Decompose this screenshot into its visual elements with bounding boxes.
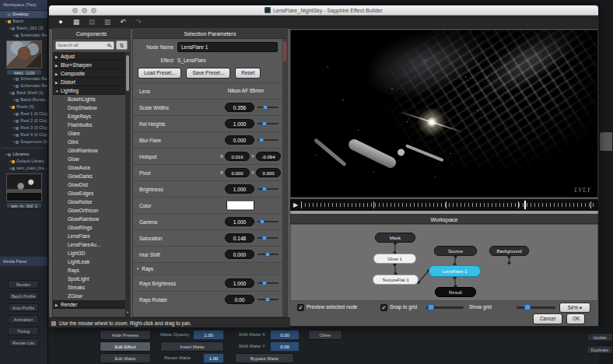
grid-size-slider[interactable] <box>426 306 464 309</box>
component-category[interactable]: ▶Render <box>53 300 125 309</box>
component-item[interactable]: GlowAura <box>53 163 125 172</box>
category-expand-icon[interactable]: ▶ <box>55 53 61 61</box>
graph-node-texture[interactable]: TextureFlat 1 <box>373 275 419 285</box>
tree-item[interactable]: ▾Batch <box>0 18 47 25</box>
param-x-value[interactable]: 0.016 <box>225 152 250 161</box>
node-graph[interactable]: MaskGlow 1TextureFlat 1SourceLensFlare 1… <box>290 224 598 301</box>
component-item[interactable]: GlowOrthicon <box>53 206 125 215</box>
component-item[interactable]: Glare <box>53 129 125 138</box>
tree-item[interactable]: ▾Desktop <box>0 11 47 18</box>
tree-expand-icon[interactable]: ▾ <box>13 75 15 82</box>
tree-item[interactable]: ▾Schematic Re... <box>0 32 47 39</box>
tree-item[interactable]: ▾Reel 1 (0 Clip) <box>0 110 47 117</box>
component-item[interactable]: Streaks <box>53 283 125 292</box>
param-slider[interactable] <box>257 237 278 239</box>
param-slider[interactable] <box>257 299 278 300</box>
bottom-button[interactable]: Bypass Matte <box>235 353 294 363</box>
param-slider-handle[interactable] <box>265 297 270 302</box>
host-right-button[interactable]: Update <box>587 333 613 341</box>
tree-item[interactable]: ▾Back Shelf (1) <box>0 89 47 96</box>
tree-item[interactable]: ▾Reel 2 (0 Clip) <box>0 117 47 124</box>
graph-zoom-slider-handle[interactable] <box>524 304 531 310</box>
graph-node-lensflare[interactable]: LensFlare 1 <box>429 265 481 277</box>
grid-size-slider-handle[interactable] <box>428 304 434 310</box>
param-value[interactable]: 1.000 <box>225 119 254 128</box>
param-slider-handle[interactable] <box>259 138 264 142</box>
component-item[interactable]: Rays <box>53 266 125 275</box>
tree-item[interactable]: ▾Reel 3 (0 Clip) <box>0 124 47 131</box>
param-value[interactable]: 0.000 <box>225 250 254 259</box>
preview-selected-node-checkbox[interactable]: ✓ <box>297 304 304 311</box>
tree-item[interactable]: ▾Batch Rende... <box>0 96 47 103</box>
component-category[interactable]: ▶Adjust <box>53 52 125 61</box>
load-icon[interactable]: ▤ <box>86 17 97 27</box>
tree-expand-icon[interactable]: ▾ <box>13 82 15 89</box>
component-item[interactable]: GlowDarks <box>53 172 125 180</box>
graph-node-background[interactable]: Background <box>489 246 529 256</box>
bottom-button[interactable]: Other <box>308 330 342 340</box>
component-item[interactable]: EdgeRays <box>53 112 125 121</box>
tree-item[interactable]: ▾Libraries <box>0 151 47 158</box>
component-item[interactable]: GlowDist <box>53 180 125 189</box>
param-value[interactable]: 0.148 <box>225 233 254 243</box>
tree-expand-icon[interactable]: ▾ <box>13 117 15 124</box>
tree-expand-icon[interactable]: ▾ <box>9 158 11 165</box>
param-y-value[interactable]: 0.000 <box>256 168 281 177</box>
category-expand-icon[interactable]: ▶ <box>55 79 61 86</box>
category-expand-icon[interactable]: ▶ <box>55 301 61 309</box>
tree-item[interactable]: ▾Default Library <box>0 158 47 165</box>
clip-thumbnail[interactable] <box>6 173 42 201</box>
host-right-button[interactable]: Duplicate <box>587 345 613 354</box>
param-slider-handle[interactable] <box>260 219 264 224</box>
tree-expand-icon[interactable]: ▾ <box>13 32 15 39</box>
add-node-icon[interactable]: ● <box>55 17 66 27</box>
clip-thumbnail[interactable] <box>6 40 42 68</box>
node-name-input[interactable]: LensFlare 1 <box>177 42 278 52</box>
tree-expand-icon[interactable]: ▾ <box>9 103 11 110</box>
tree-item[interactable]: ▾Batch_001 (3) <box>0 25 47 32</box>
window-titlebar[interactable]: LensFlare_NightSky - Sapphire Effect Bui… <box>49 5 598 16</box>
snap-to-grid-checkbox[interactable]: ✓ <box>380 304 387 311</box>
component-item[interactable]: DropShadow <box>53 103 125 112</box>
component-category[interactable]: ▶Distort <box>53 78 125 86</box>
ok-button[interactable]: OK <box>566 313 585 324</box>
category-expand-icon[interactable]: ▶ <box>55 61 61 69</box>
tree-expand-icon[interactable]: ▾ <box>5 151 7 158</box>
bottom-button[interactable]: Edit Effect <box>100 341 151 352</box>
tree-item[interactable]: ▾twin_main_fire... <box>0 165 47 172</box>
parameters-scrollbar[interactable] <box>282 39 287 317</box>
param-choice-value[interactable]: Nikon AF 85mm <box>228 86 264 96</box>
component-item[interactable]: GlowRainbow <box>53 215 125 223</box>
undo-icon[interactable]: ↶ <box>117 17 128 27</box>
timeline[interactable] <box>301 201 595 208</box>
reset-button[interactable]: Reset <box>235 68 261 79</box>
save-icon[interactable]: ▥ <box>102 17 113 27</box>
save-preset-button[interactable]: Save Preset... <box>186 68 230 79</box>
bottom-button[interactable]: Insert Matte <box>160 341 224 352</box>
param-value[interactable]: 1.000 <box>225 184 254 194</box>
media-panel-header[interactable]: Media Panel <box>0 257 47 266</box>
graph-node-glow[interactable]: Glow 1 <box>373 254 416 264</box>
tree-expand-icon[interactable]: ▾ <box>9 89 11 96</box>
tree-expand-icon[interactable]: ▾ <box>5 11 7 18</box>
component-item[interactable]: BokehLights <box>53 95 125 103</box>
param-x-value[interactable]: 0.000 <box>225 168 250 177</box>
graph-node-result[interactable]: Result <box>435 287 476 297</box>
component-item[interactable]: GlowEdges <box>53 189 125 198</box>
param-slider-handle[interactable] <box>262 281 267 285</box>
component-item[interactable]: GlintRainbow <box>53 146 125 155</box>
tree-item[interactable]: ▾Schematic Re... <box>0 82 47 89</box>
playhead[interactable] <box>524 201 526 209</box>
param-slider-handle[interactable] <box>262 187 267 191</box>
component-category[interactable]: ▶Composite <box>53 69 125 78</box>
tree-expand-icon[interactable]: ▾ <box>13 110 15 117</box>
param-value[interactable]: 0.00 <box>225 295 254 304</box>
component-item[interactable]: LightLeak <box>53 257 125 266</box>
param-slider[interactable] <box>257 188 278 190</box>
param-slider[interactable] <box>257 139 278 141</box>
preview-viewport[interactable]: LVLY <box>290 30 598 198</box>
tree-expand-icon[interactable]: ▾ <box>13 96 15 103</box>
tree-item[interactable]: ▾Reels (3) <box>0 103 47 110</box>
media-button[interactable]: Batch Profile <box>8 292 39 300</box>
param-slider[interactable] <box>257 123 278 124</box>
